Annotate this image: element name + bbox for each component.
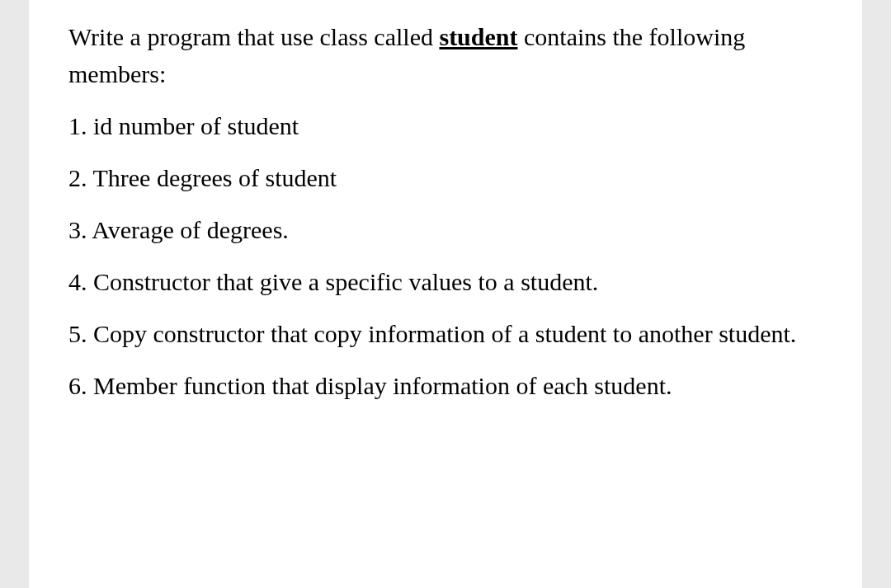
intro-paragraph: Write a program that use class called st… <box>68 18 829 92</box>
list-item: 5. Copy constructor that copy informatio… <box>68 315 829 352</box>
list-item: 4. Constructor that give a specific valu… <box>68 263 829 300</box>
list-item: 2. Three degrees of student <box>68 159 829 196</box>
intro-prefix: Write a program that use class called <box>68 23 439 50</box>
intro-keyword: student <box>439 23 517 50</box>
document-container: Write a program that use class called st… <box>29 0 862 588</box>
list-item: 3. Average of degrees. <box>68 211 829 248</box>
list-item: 1. id number of student <box>68 107 829 144</box>
list-item: 6. Member function that display informat… <box>68 367 829 404</box>
